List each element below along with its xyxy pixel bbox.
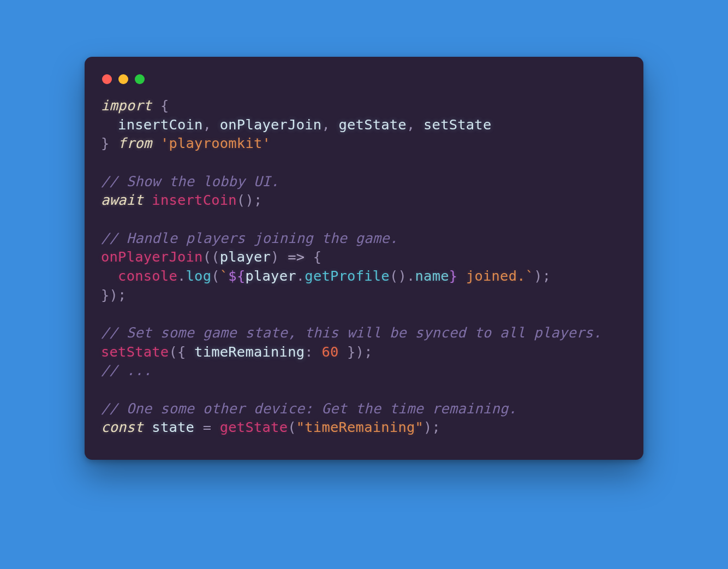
object-key: timeRemaining: [194, 343, 305, 360]
traffic-light-zoom-icon[interactable]: [135, 74, 145, 84]
traffic-light-close-icon[interactable]: [102, 74, 112, 84]
method-call: getProfile: [305, 268, 390, 284]
paren-open: (: [288, 419, 296, 435]
function-call: insertCoin: [152, 192, 237, 208]
string-literal: 'playroomkit': [160, 135, 271, 151]
string-literal: "timeRemaining": [296, 419, 423, 435]
equals: =: [194, 419, 220, 435]
brace-open: {: [152, 97, 169, 114]
brace-close: }: [101, 135, 118, 151]
keyword-const: const: [101, 419, 144, 435]
colon: :: [305, 343, 321, 360]
import-identifier: setState: [423, 116, 491, 133]
function-call: onPlayerJoin: [101, 248, 203, 265]
keyword-import: import: [101, 97, 152, 114]
function-call: setState: [101, 343, 169, 360]
number-literal: 60: [321, 343, 338, 360]
import-identifier: getState: [339, 116, 407, 133]
keyword-await: await: [101, 192, 144, 208]
object-console: console: [118, 268, 177, 284]
dot: .: [296, 268, 305, 284]
backtick: `: [526, 268, 534, 284]
call-parens: ();: [237, 192, 262, 208]
brace-open: {: [305, 248, 321, 265]
window-titlebar: [100, 70, 628, 94]
object-open: ({: [169, 343, 194, 360]
space: [144, 192, 152, 208]
identifier: player: [245, 268, 296, 284]
comment: // Set some game state, this will be syn…: [101, 324, 602, 341]
comment: // Handle players joining the game.: [101, 230, 398, 246]
code-block: import { insertCoin, onPlayerJoin, getSt…: [100, 94, 628, 438]
block-close: });: [101, 287, 127, 303]
method-log: log: [186, 268, 212, 284]
template-string-text: joined.: [457, 268, 525, 284]
space: [152, 135, 160, 151]
statement-end: );: [534, 268, 551, 284]
import-identifier: insertCoin: [118, 116, 203, 133]
comment: // One some other device: Get the time r…: [101, 400, 517, 417]
backtick: `: [220, 268, 229, 284]
indent: [101, 268, 118, 284]
statement-end: );: [423, 419, 440, 435]
paren-open: ((: [203, 248, 220, 265]
comma: ,: [407, 116, 423, 133]
traffic-light-minimize-icon[interactable]: [118, 74, 128, 84]
template-expr-close: }: [449, 268, 458, 284]
indent: [101, 116, 118, 133]
code-window: import { insertCoin, onPlayerJoin, getSt…: [85, 57, 643, 460]
property: name: [415, 268, 449, 284]
object-close: });: [339, 343, 373, 360]
paren-close: ): [271, 248, 288, 265]
template-expr-open: ${: [228, 268, 245, 284]
parameter: player: [220, 248, 271, 265]
keyword-from: from: [118, 135, 152, 151]
variable: state: [152, 419, 194, 435]
parens-dot: ().: [390, 268, 415, 284]
arrow-token: =>: [288, 248, 305, 265]
space: [144, 419, 152, 435]
function-call: getState: [220, 419, 288, 435]
comma: ,: [203, 116, 220, 133]
import-identifier: onPlayerJoin: [220, 116, 322, 133]
comment: // Show the lobby UI.: [101, 173, 279, 189]
dot: .: [177, 268, 186, 284]
comment: // ...: [101, 362, 152, 378]
paren-open: (: [211, 268, 220, 284]
comma: ,: [321, 116, 338, 133]
